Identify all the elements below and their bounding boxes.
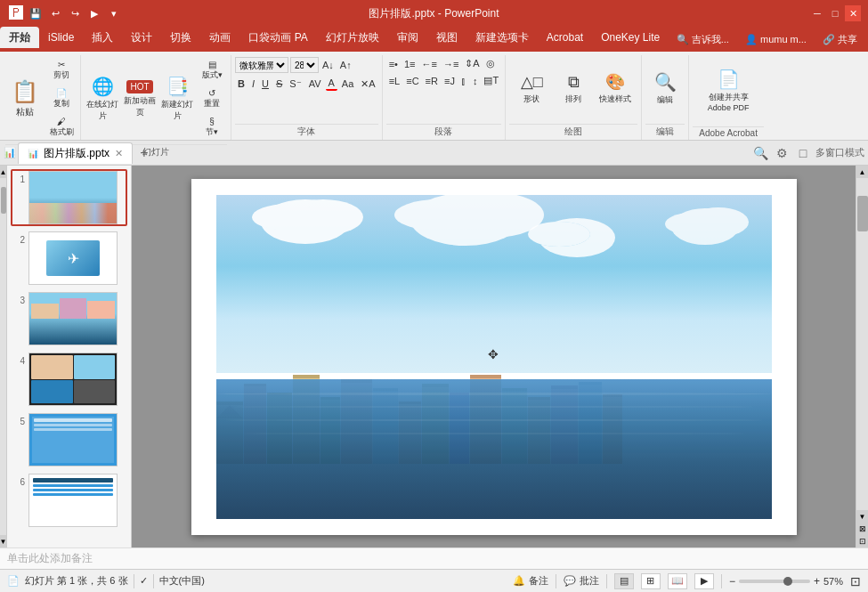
increase-indent-button[interactable]: →≡	[441, 58, 461, 70]
slide-thumb-6[interactable]: 6	[11, 472, 127, 529]
edit-button[interactable]: 🔍 编辑	[645, 60, 685, 118]
tab-view[interactable]: 视图	[427, 27, 466, 48]
font-name-select[interactable]: 微软雅黑	[235, 57, 288, 73]
close-button[interactable]: ✕	[845, 5, 861, 21]
tab-islide[interactable]: iSlide	[39, 27, 83, 48]
new-slide-button[interactable]: 📑 新建幻灯片	[159, 69, 195, 128]
tab-animation[interactable]: 动画	[200, 27, 239, 48]
tab-review[interactable]: 审阅	[388, 27, 427, 48]
clear-format-button[interactable]: ✕A	[358, 77, 377, 91]
tab-pocket-animation[interactable]: 口袋动画 PA	[239, 27, 316, 48]
scroll-down-button[interactable]: ▼	[856, 510, 869, 523]
text-direction-button[interactable]: ⇕A	[462, 57, 482, 70]
scroll-up-button[interactable]: ▲	[856, 166, 869, 178]
convert-to-smartart-button[interactable]: ◎	[483, 57, 498, 70]
reset-button[interactable]: ↺ 重置	[197, 85, 227, 112]
share-button[interactable]: 🔗 共享	[815, 28, 864, 50]
present-button[interactable]: ▶	[85, 4, 103, 22]
scroll-page-down-button[interactable]: ⊡	[856, 535, 869, 547]
quick-styles-button[interactable]: 🎨 快速样式	[593, 60, 637, 118]
numbering-button[interactable]: 1≡	[402, 58, 418, 70]
columns-button[interactable]: ⫿	[458, 75, 469, 87]
comments-label: 批注	[580, 574, 599, 588]
reading-view-button[interactable]: 📖	[668, 573, 687, 589]
normal-view-button[interactable]: ▤	[614, 573, 634, 589]
slideshow-button[interactable]: ▶	[694, 573, 714, 589]
align-center-button[interactable]: ≡C	[403, 75, 421, 87]
maximize-button[interactable]: □	[827, 5, 843, 21]
document-tab[interactable]: 📊 图片排版.pptx ✕	[18, 142, 133, 164]
new-tab-button[interactable]: +	[134, 143, 154, 163]
slide-thumb-4[interactable]: 4	[11, 351, 127, 408]
tab-onekey[interactable]: OneKey Lite	[592, 27, 669, 48]
zoom-slider-thumb[interactable]	[783, 577, 792, 586]
font-size-select[interactable]: 28	[290, 57, 319, 73]
tab-design[interactable]: 设计	[122, 27, 161, 48]
account-button[interactable]: 👤 mumu m...	[738, 28, 814, 50]
zoom-slider[interactable]	[739, 580, 810, 583]
underline-button[interactable]: U	[259, 77, 272, 90]
decrease-indent-button[interactable]: ←≡	[419, 58, 440, 70]
tab-acrobat[interactable]: Acrobat	[538, 27, 592, 48]
fit-to-window-button[interactable]: ⊡	[850, 574, 861, 588]
tab-slideshow[interactable]: 幻灯片放映	[317, 27, 388, 48]
font-increase-button[interactable]: A↑	[337, 59, 354, 71]
add-animation-button[interactable]: HOT 新加动画页	[122, 69, 158, 128]
format-painter-button[interactable]: 🖌 格式刷	[46, 114, 77, 141]
slide-thumb-1[interactable]: 1	[11, 169, 127, 226]
undo-button[interactable]: ↩	[46, 4, 64, 22]
italic-button[interactable]: I	[249, 77, 257, 90]
slide-browser-button[interactable]: ⊞	[641, 573, 661, 589]
tab-close-button[interactable]: ✕	[115, 148, 123, 159]
slide-thumb-3[interactable]: 3	[11, 290, 127, 347]
redo-button[interactable]: ↪	[66, 4, 84, 22]
scroll-page-up-button[interactable]: ⊠	[856, 523, 869, 535]
copy-icon: 📄	[56, 88, 67, 98]
dropdown-arrow-icon[interactable]: ▾	[105, 4, 123, 22]
panel-scroll-down[interactable]: ▼	[0, 535, 6, 547]
panel-scroll-up[interactable]: ▲	[0, 166, 6, 178]
strikethrough-button[interactable]: S	[273, 77, 285, 90]
minimize-button[interactable]: ─	[809, 5, 825, 21]
create-pdf-button[interactable]: 📄 创建并共享Adobe PDF	[693, 61, 764, 119]
paste-button[interactable]: 📋 粘贴	[5, 69, 45, 128]
slide-thumb-5[interactable]: 5	[11, 411, 127, 468]
window-mode-icon[interactable]: □	[794, 144, 812, 162]
arrange-button[interactable]: ⧉ 排列	[556, 60, 591, 118]
justify-button[interactable]: ≡J	[442, 75, 458, 87]
align-left-button[interactable]: ≡L	[386, 75, 403, 87]
settings-icon[interactable]: ⚙	[773, 144, 791, 162]
bullets-button[interactable]: ≡•	[386, 58, 401, 70]
zoom-out-button[interactable]: −	[729, 575, 735, 588]
layout-button[interactable]: ▤ 版式▾	[197, 57, 227, 84]
tab-home[interactable]: 开始	[0, 27, 39, 48]
section-button[interactable]: § 节▾	[197, 114, 227, 141]
shadow-button[interactable]: S⁻	[287, 77, 304, 91]
copy-button[interactable]: 📄 复制	[46, 85, 77, 112]
tab-insert[interactable]: 插入	[83, 27, 122, 48]
bold-button[interactable]: B	[235, 77, 247, 90]
main-slide-canvas[interactable]: ✥	[191, 179, 797, 535]
font-case-button[interactable]: Aa	[339, 77, 356, 90]
divider-1	[134, 574, 134, 588]
multi-window-button[interactable]: 多窗口模式	[815, 146, 864, 159]
char-spacing-button[interactable]: AV	[306, 77, 324, 90]
align-right-button[interactable]: ≡R	[423, 75, 441, 87]
font-decrease-button[interactable]: A↓	[320, 59, 337, 71]
tab-new-options[interactable]: 新建选项卡	[466, 27, 538, 48]
save-button[interactable]: 💾	[27, 4, 45, 22]
tell-me-button[interactable]: 🔍 吉诉我...	[669, 28, 736, 50]
line-spacing-button[interactable]: ↕	[470, 75, 481, 87]
online-slides-button[interactable]: 🌐 在线幻灯片	[85, 69, 120, 128]
shapes-button[interactable]: △□ 形状	[509, 60, 554, 118]
tab-transition[interactable]: 切换	[161, 27, 200, 48]
scroll-thumb[interactable]	[857, 196, 868, 231]
cut-button[interactable]: ✂ 剪切	[46, 57, 77, 84]
search-tabs-icon[interactable]: 🔍	[751, 144, 769, 162]
font-color-button[interactable]: A	[326, 77, 337, 91]
notes-bar[interactable]: 单击此处添加备注	[0, 547, 868, 569]
left-panel-scrollbar: ▲ ▼	[0, 166, 7, 547]
align-text-button[interactable]: ▤T	[481, 74, 501, 87]
slide-thumb-2[interactable]: 2 ✈	[11, 230, 127, 287]
zoom-in-button[interactable]: +	[814, 575, 820, 588]
